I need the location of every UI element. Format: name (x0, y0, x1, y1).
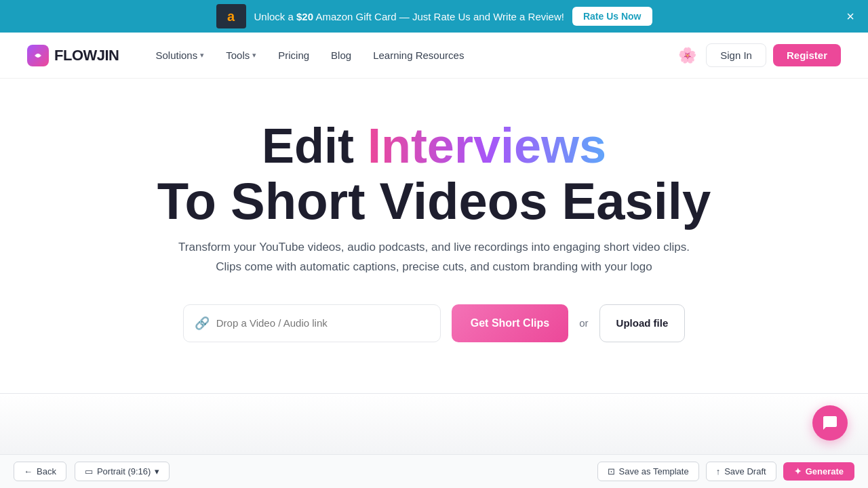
solutions-chevron-icon: ▾ (200, 51, 204, 60)
nav-pricing-label: Pricing (278, 49, 309, 61)
portrait-button[interactable]: ▭ Portrait (9:16) ▾ (75, 462, 170, 481)
nav-links: Solutions ▾ Tools ▾ Pricing Blog Learnin… (146, 44, 675, 66)
nav-blog-label: Blog (331, 49, 351, 61)
tools-chevron-icon: ▾ (252, 51, 256, 60)
save-template-label: Save as Template (619, 466, 689, 476)
hero-title-line2: To Short Videos Easily (157, 173, 711, 230)
bottom-preview-area (0, 393, 868, 454)
notification-icon-button[interactable]: 🌸 (675, 43, 699, 68)
portrait-icon: ▭ (85, 466, 93, 476)
hero-title: Edit Interviews To Short Videos Easily (157, 119, 711, 230)
generate-icon: ✦ (794, 466, 802, 476)
amazon-gift-icon: a (216, 4, 246, 28)
hero-subtitle: Transform your YouTube videos, audio pod… (176, 238, 692, 277)
link-icon: 🔗 (195, 316, 210, 331)
portrait-chevron-icon: ▾ (155, 466, 159, 476)
banner-close-button[interactable]: × (846, 9, 854, 23)
chat-bubble-button[interactable] (812, 405, 848, 441)
input-area: 🔗 Get Short Clips or Upload file (183, 304, 685, 342)
save-template-button[interactable]: ⊡ Save as Template (597, 462, 699, 481)
url-input[interactable] (216, 317, 429, 329)
save-draft-icon: ↑ (716, 466, 721, 476)
back-button[interactable]: ← Back (14, 462, 66, 481)
chat-icon (822, 415, 838, 431)
nav-pricing[interactable]: Pricing (269, 44, 319, 66)
rate-us-button[interactable]: Rate Us Now (572, 7, 652, 26)
save-template-icon: ⊡ (608, 466, 615, 476)
logo-text: FLOWJIN (54, 47, 119, 64)
or-separator: or (579, 317, 588, 329)
generate-label: Generate (806, 466, 844, 476)
banner-content: a Unlock a $20 Amazon Gift Card — Just R… (216, 4, 652, 28)
nav-tools[interactable]: Tools ▾ (216, 44, 266, 66)
hero-title-gradient: Interviews (368, 119, 606, 173)
register-button[interactable]: Register (773, 44, 841, 66)
hero-section: Edit Interviews To Short Videos Easily T… (0, 79, 868, 369)
hero-title-plain: Edit (262, 119, 368, 173)
announcement-banner: a Unlock a $20 Amazon Gift Card — Just R… (0, 0, 868, 33)
nav-tools-label: Tools (226, 49, 250, 61)
hero-title-line1: Edit Interviews (157, 119, 711, 173)
sign-in-button[interactable]: Sign In (706, 43, 766, 67)
upload-file-button[interactable]: Upload file (599, 304, 686, 342)
nav-solutions[interactable]: Solutions ▾ (146, 44, 214, 66)
save-draft-button[interactable]: ↑ Save Draft (706, 462, 776, 481)
nav-right: 🌸 Sign In Register (675, 43, 841, 68)
bottom-bar: ← Back ▭ Portrait (9:16) ▾ ⊡ Save as Tem… (0, 454, 868, 488)
save-draft-label: Save Draft (724, 466, 766, 476)
get-clips-button[interactable]: Get Short Clips (452, 304, 568, 342)
generate-button[interactable]: ✦ Generate (783, 462, 854, 481)
nav-blog[interactable]: Blog (321, 44, 361, 66)
bottom-right-actions: ⊡ Save as Template ↑ Save Draft ✦ Genera… (597, 462, 854, 481)
back-button-label: Back (37, 466, 56, 476)
svg-point-0 (37, 54, 40, 57)
back-arrow-icon: ← (24, 466, 33, 476)
logo[interactable]: FLOWJIN (27, 45, 119, 66)
nav-learning-label: Learning Resources (373, 49, 464, 61)
nav-solutions-label: Solutions (156, 49, 198, 61)
banner-text: Unlock a $20 Amazon Gift Card — Just Rat… (254, 11, 564, 22)
banner-text-part2: Amazon Gift Card — Just Rate Us and Writ… (313, 11, 564, 22)
logo-icon (27, 45, 49, 66)
banner-highlight: $20 (296, 11, 313, 22)
url-input-wrapper: 🔗 (183, 304, 441, 342)
portrait-label: Portrait (9:16) (97, 466, 151, 476)
navbar: FLOWJIN Solutions ▾ Tools ▾ Pricing Blog… (0, 33, 868, 79)
nav-learning[interactable]: Learning Resources (363, 44, 473, 66)
